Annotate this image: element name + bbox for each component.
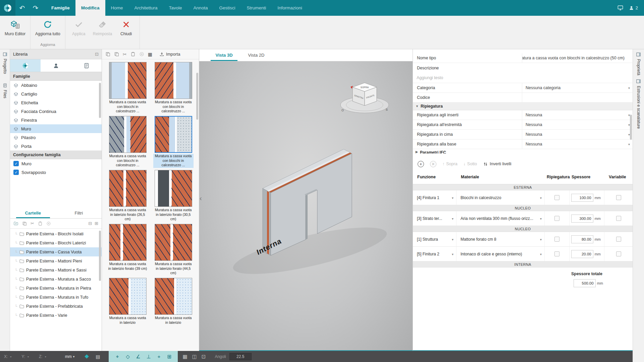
variabile-checkbox[interactable] bbox=[616, 195, 621, 200]
materiale-select[interactable]: Intonaco di calce e gesso (interno)▾ bbox=[457, 247, 545, 261]
snap-perpendicular-icon[interactable]: ⊥ bbox=[143, 354, 154, 359]
duplicate-icon[interactable] bbox=[105, 52, 110, 57]
folder-item[interactable]: └Parete Esterna - Prefabbricata bbox=[10, 302, 102, 311]
folder-item[interactable]: └Parete Esterna - Muratura a Sacco bbox=[10, 275, 102, 284]
gallery-scrollbar[interactable] bbox=[196, 73, 198, 120]
family-item-etichetta[interactable]: Etichetta bbox=[10, 98, 102, 107]
move-up-button[interactable]: ↑ Sopra bbox=[442, 162, 458, 166]
family-item-porta[interactable]: Porta bbox=[10, 142, 102, 150]
descrizione-input[interactable] bbox=[413, 73, 633, 83]
ripiegatura-checkbox[interactable] bbox=[554, 195, 559, 200]
paste-icon[interactable] bbox=[38, 221, 43, 226]
tab-filtri[interactable]: Filtri bbox=[56, 208, 102, 218]
unit-selector[interactable]: mm▾ bbox=[65, 354, 75, 359]
dock-tab-estrusioni[interactable]: Estrusioni e scanalature bbox=[636, 79, 641, 129]
ribbon-tab-strumenti[interactable]: Strumenti bbox=[241, 0, 272, 16]
folder-item[interactable]: └Parete Esterna - Blocchi Isolati bbox=[10, 229, 102, 238]
funzione-select[interactable]: [1] Struttura▾ bbox=[413, 232, 457, 246]
ripiegatura-checkbox[interactable] bbox=[554, 251, 559, 256]
paste-icon[interactable] bbox=[130, 52, 136, 57]
ripiegatura-checkbox[interactable] bbox=[554, 237, 559, 242]
ribbon-tab-modifica[interactable]: Modifica bbox=[75, 0, 105, 16]
funzione-select[interactable]: [4] Finitura 1▾ bbox=[413, 190, 457, 205]
family-item-abbaino[interactable]: Abbaino bbox=[10, 81, 102, 89]
folder-item[interactable]: └Parete Esterna - Varie bbox=[10, 311, 102, 320]
snap-grid-icon[interactable]: ⊞ bbox=[164, 354, 174, 359]
ribbon-tab-home[interactable]: Home bbox=[105, 0, 129, 16]
wall-type-item[interactable]: Muratura a cassa vuota in laterizio bbox=[153, 278, 194, 330]
dock-tab-progetto[interactable]: Progetto bbox=[3, 52, 7, 74]
undo-button[interactable]: ↶ bbox=[15, 0, 29, 16]
ripiegatura-cima-select[interactable]: Nessuna▾ bbox=[522, 130, 633, 139]
family-item-cartiglio[interactable]: Cartiglio bbox=[10, 89, 102, 98]
muro-editor-button[interactable]: Muro Editor bbox=[3, 17, 28, 43]
cut-icon[interactable]: ✂ bbox=[31, 221, 34, 226]
move-down-button[interactable]: ↓ Sotto bbox=[464, 162, 477, 166]
reimposta-button[interactable]: Reimposta bbox=[91, 17, 114, 43]
invert-levels-button[interactable]: Inverti livelli bbox=[483, 162, 512, 167]
variabile-checkbox[interactable] bbox=[616, 251, 621, 256]
folders-scrollbar[interactable] bbox=[99, 231, 101, 281]
ripiegatura-checkbox[interactable] bbox=[554, 216, 559, 221]
snap-marker-icon[interactable] bbox=[85, 354, 89, 359]
tab-vista-2d[interactable]: Vista 2D bbox=[240, 49, 272, 61]
ribbon-tab-informazioni[interactable]: Informazioni bbox=[272, 0, 308, 16]
grid-toggle-icon[interactable]: ▦ bbox=[182, 354, 187, 359]
funzione-select[interactable]: [5] Finitura 2▾ bbox=[413, 247, 457, 261]
nome-tipo-field[interactable]: Muratura a cassa vuota con blocchi in ca… bbox=[522, 53, 633, 63]
materiale-select[interactable]: Mattone forato cm 8▾ bbox=[457, 232, 545, 246]
delete-icon[interactable] bbox=[46, 221, 51, 226]
folder-item-selected[interactable]: └Parete Esterna - Cassa Vuota bbox=[10, 247, 102, 256]
layers-book-icon[interactable]: ▤ bbox=[96, 354, 100, 359]
ribbon-tab-famiglie[interactable]: Famiglie bbox=[46, 0, 75, 16]
checkbox-checked-icon[interactable]: ✓ bbox=[13, 170, 19, 175]
properties-scrollbar[interactable] bbox=[630, 115, 632, 140]
folder-item[interactable]: └Parete Esterna - Mattoni Pieni bbox=[10, 256, 102, 265]
viewport-canvas[interactable]: ‹ Interna O S bbox=[199, 61, 413, 350]
tab-cartelle[interactable]: Cartelle bbox=[10, 208, 56, 218]
ripiegatura-estremita-select[interactable]: Nessuna▾ bbox=[522, 120, 633, 129]
spessore-input[interactable] bbox=[571, 250, 593, 258]
layout-icon[interactable] bbox=[617, 5, 624, 11]
ripiegatura-inserti-select[interactable]: Nessuna▾ bbox=[522, 110, 633, 120]
parametri-ifc-header[interactable]: ▶Parametri IFC bbox=[413, 149, 633, 154]
folder-item[interactable]: └Parete Esterna - Muratura in Pietra bbox=[10, 284, 102, 293]
materiale-select[interactable]: Aria non ventilata 300 mm (flusso orizz.… bbox=[457, 211, 545, 226]
ribbon-tab-architettura[interactable]: Architettura bbox=[129, 0, 163, 16]
family-item-muro[interactable]: Muro bbox=[10, 124, 102, 133]
family-item-finestra[interactable]: Finestra bbox=[10, 116, 102, 124]
copy-icon[interactable] bbox=[114, 52, 119, 57]
library-tab-user[interactable] bbox=[41, 59, 71, 72]
wall-type-item[interactable]: Muratura a cassa vuota in laterizio bbox=[107, 278, 148, 330]
wall-type-item[interactable]: Muratura a cassa vuota con blocchi in ca… bbox=[107, 116, 148, 168]
variabile-checkbox[interactable] bbox=[616, 216, 621, 221]
ribbon-tab-tavole[interactable]: Tavole bbox=[163, 0, 188, 16]
materiale-select[interactable]: Blocchi in calcestruzzo▾ bbox=[457, 190, 545, 205]
spessore-input[interactable] bbox=[571, 235, 593, 243]
library-tab-catalog[interactable] bbox=[10, 59, 41, 72]
folder-item[interactable]: └Parete Esterna - Mattoni e Sassi bbox=[10, 265, 102, 275]
tab-vista-3d[interactable]: Vista 3D bbox=[208, 49, 240, 61]
folder-item[interactable]: └Parete Esterna - Blocchi Laterizi bbox=[10, 238, 102, 247]
spessore-input[interactable] bbox=[571, 194, 593, 202]
ribbon-tab-gestisci[interactable]: Gestisci bbox=[213, 0, 241, 16]
expand-all-icon[interactable]: ⊞ bbox=[95, 221, 98, 226]
aggiorna-tutto-button[interactable]: Aggiorna tutto bbox=[33, 17, 62, 43]
library-tab-notes[interactable] bbox=[71, 59, 102, 72]
delete-icon[interactable] bbox=[139, 52, 144, 57]
variabile-checkbox[interactable] bbox=[616, 237, 621, 242]
codice-field[interactable] bbox=[522, 93, 633, 102]
importa-button[interactable]: Importa bbox=[159, 52, 180, 57]
axes-toggle-icon[interactable]: ⊡ bbox=[202, 354, 206, 359]
spessore-totale-input[interactable] bbox=[574, 279, 596, 287]
grid-view-icon[interactable]: ▦ bbox=[148, 52, 152, 57]
config-item-sovrapposto[interactable]: ✓Sovrapposto bbox=[10, 168, 102, 177]
copy-icon[interactable] bbox=[22, 221, 27, 226]
ripiegatura-base-select[interactable]: Nessuna▾ bbox=[522, 139, 633, 149]
family-item-pilastro[interactable]: Pilastro bbox=[10, 133, 102, 142]
collapse-all-icon[interactable]: ⊟ bbox=[88, 221, 92, 226]
remove-layer-button[interactable]: ✕ bbox=[430, 161, 436, 167]
navigation-cube[interactable]: O S SOPRA SINISTRA FRONTE bbox=[336, 77, 393, 118]
ortho-toggle-icon[interactable]: ◫ bbox=[192, 354, 197, 359]
snap-center-icon[interactable]: ⌖ bbox=[112, 354, 122, 359]
